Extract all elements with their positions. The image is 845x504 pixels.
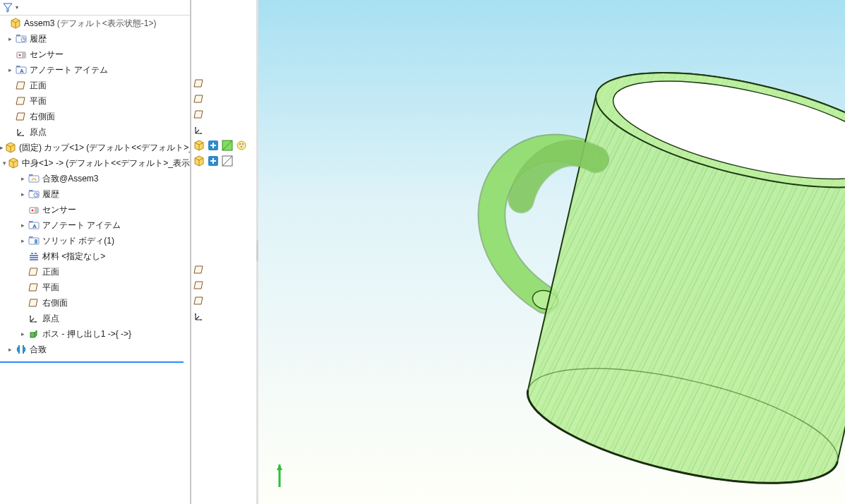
svg-point-17 xyxy=(239,143,241,145)
history-folder-icon xyxy=(28,188,40,200)
plane-echo-icon[interactable] xyxy=(193,93,205,104)
feature-tree: ▸ Assem3 (デフォルト<表示状態-1>) ▸ 履歴 ▸ センサー ▸ A xyxy=(0,16,190,504)
tree-sub-plane-front-label: 正面 xyxy=(42,266,59,278)
annotations-folder-icon: A xyxy=(28,220,40,231)
tree-sub-history-label: 履歴 xyxy=(42,188,59,200)
origin-icon xyxy=(28,313,40,324)
svg-point-10 xyxy=(32,210,34,212)
tree-sub-solid-bodies[interactable]: ▸ ソリッド ボディ(1) xyxy=(0,233,190,248)
svg-point-18 xyxy=(242,143,244,145)
svg-point-19 xyxy=(241,146,242,148)
tree-plane-top-label: 平面 xyxy=(30,95,47,107)
display-pane xyxy=(191,0,258,504)
part-icon xyxy=(8,157,19,169)
assembly-name: Assem3 xyxy=(24,18,54,28)
tree-sub-feature-boss-label: ボス - 押し出し1 ->{ ->} xyxy=(42,328,131,340)
tree-component-cup[interactable]: ▸ (固定) カップ<1> (デフォルト<<デフォルト>_ xyxy=(0,140,190,155)
tree-sub-plane-top[interactable]: ▸ 平面 xyxy=(0,280,190,295)
svg-text:A: A xyxy=(32,223,37,229)
tree-filter-bar: ▾ xyxy=(0,0,190,16)
tree-sub-sensors[interactable]: ▸ センサー xyxy=(0,202,190,217)
tree-sub-plane-top-label: 平面 xyxy=(42,282,59,294)
tree-mates[interactable]: ▸ 合致 xyxy=(0,342,190,357)
sensors-icon xyxy=(16,49,27,60)
origin-echo-icon[interactable] xyxy=(193,311,205,322)
tree-sub-annotations[interactable]: ▸ A アノテート アイテム xyxy=(0,217,190,233)
filter-icon[interactable] xyxy=(3,3,13,13)
tree-sub-plane-front[interactable]: ▸ 正面 xyxy=(0,264,190,280)
solid-body-folder-icon xyxy=(28,235,40,246)
tree-history-label: 履歴 xyxy=(30,33,47,45)
tree-sub-material[interactable]: ▸ 材料 <指定なし> xyxy=(0,248,190,264)
display-style-icon[interactable] xyxy=(222,140,233,151)
tree-sub-solid-bodies-label: ソリッド ボディ(1) xyxy=(42,235,114,247)
material-icon xyxy=(28,251,40,262)
tree-annotations[interactable]: ▸ A アノテート アイテム xyxy=(0,62,190,78)
tree-sub-feature-boss[interactable]: ▸ ボス - 押し出し1 ->{ ->} xyxy=(0,326,190,342)
graphics-viewport[interactable] xyxy=(258,0,845,504)
show-hide-icon[interactable] xyxy=(208,155,219,167)
tree-sensors-label: センサー xyxy=(30,49,64,61)
svg-text:A: A xyxy=(20,68,24,74)
tree-sub-material-label: 材料 <指定なし> xyxy=(42,251,105,263)
extrude-icon xyxy=(28,328,40,340)
tree-selection-underline xyxy=(0,361,184,363)
plane-icon xyxy=(16,95,27,107)
tree-sensors[interactable]: ▸ センサー xyxy=(0,47,190,62)
assembly-suffix: (デフォルト<表示状態-1>) xyxy=(57,18,157,28)
plane-echo-icon[interactable] xyxy=(193,78,205,89)
svg-point-16 xyxy=(237,141,246,150)
tree-sub-plane-right[interactable]: ▸ 右側面 xyxy=(0,295,190,311)
plane-icon xyxy=(28,297,40,308)
annotations-folder-icon: A xyxy=(16,64,27,76)
tree-plane-top[interactable]: ▸ 平面 xyxy=(0,93,190,109)
plane-icon xyxy=(16,80,27,91)
model-mug[interactable] xyxy=(364,21,845,490)
history-folder-icon xyxy=(16,33,27,44)
plane-echo-icon[interactable] xyxy=(193,280,205,291)
part-echo-icon[interactable] xyxy=(193,155,205,167)
tree-plane-right[interactable]: ▸ 右側面 xyxy=(0,109,190,124)
tree-history[interactable]: ▸ 履歴 xyxy=(0,31,190,47)
tree-sub-history[interactable]: ▸ 履歴 xyxy=(0,186,190,202)
tree-annotations-label: アノテート アイテム xyxy=(30,64,108,76)
tree-component-cup-label: (固定) カップ<1> (デフォルト<<デフォルト>_ xyxy=(19,142,190,154)
tree-plane-right-label: 右側面 xyxy=(30,111,55,123)
plane-echo-icon[interactable] xyxy=(193,295,205,306)
plane-echo-icon[interactable] xyxy=(193,264,205,275)
sensors-icon xyxy=(28,204,40,215)
part-icon xyxy=(5,142,16,153)
tree-sub-mates-of-label: 合致@Assem3 xyxy=(42,173,99,185)
tree-sub-origin[interactable]: ▸ 原点 xyxy=(0,311,190,326)
assembly-root[interactable]: ▸ Assem3 (デフォルト<表示状態-1>) xyxy=(0,16,190,31)
tree-mates-label: 合致 xyxy=(30,344,47,356)
part-echo-icon[interactable] xyxy=(193,140,205,151)
show-hide-icon[interactable] xyxy=(208,140,219,151)
display-style-icon[interactable] xyxy=(222,155,233,167)
plane-icon xyxy=(28,282,40,293)
filter-dropdown-icon[interactable]: ▾ xyxy=(16,4,23,11)
plane-echo-icon[interactable] xyxy=(193,109,205,120)
plane-icon xyxy=(16,111,27,122)
tree-component-content-label: 中身<1> -> (デフォルト<<デフォルト>_表示 xyxy=(22,157,190,169)
mate-folder-icon xyxy=(28,173,40,184)
tree-origin-label: 原点 xyxy=(30,126,47,138)
tree-sub-plane-right-label: 右側面 xyxy=(42,297,68,309)
tree-sub-annotations-label: アノテート アイテム xyxy=(42,220,121,232)
plane-icon xyxy=(28,266,40,277)
assembly-icon xyxy=(10,18,21,29)
tree-sub-sensors-label: センサー xyxy=(42,204,76,216)
tree-plane-front-label: 正面 xyxy=(30,80,47,92)
view-triad[interactable] xyxy=(272,459,308,494)
tree-origin[interactable]: ▸ 原点 xyxy=(0,124,190,140)
tree-sub-mates-of[interactable]: ▸ 合致@Assem3 xyxy=(0,171,190,186)
tree-component-content[interactable]: ▾ 中身<1> -> (デフォルト<<デフォルト>_表示 xyxy=(0,155,190,171)
origin-icon xyxy=(16,126,27,138)
tree-plane-front[interactable]: ▸ 正面 xyxy=(0,78,190,93)
svg-point-3 xyxy=(19,54,21,56)
feature-tree-panel: ▾ ▸ Assem3 (デフォルト<表示状態-1>) ▸ 履歴 ▸ センサー xyxy=(0,0,191,504)
mates-icon xyxy=(16,344,27,355)
appearance-icon[interactable] xyxy=(236,140,247,151)
origin-echo-icon[interactable] xyxy=(193,124,205,136)
tree-sub-origin-label: 原点 xyxy=(42,313,59,325)
